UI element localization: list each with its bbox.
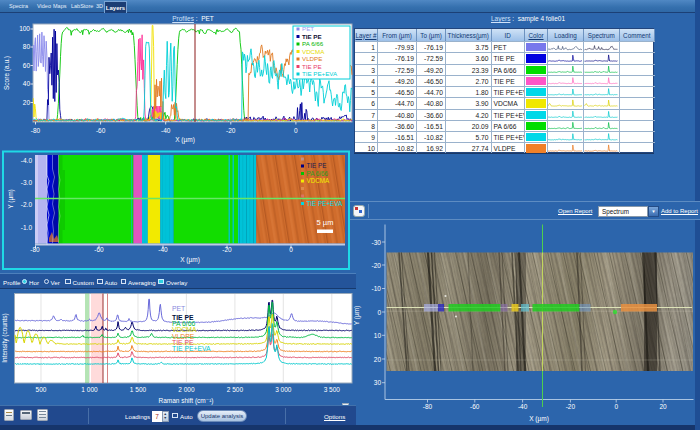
svg-text:TIE PE+EVA: TIE PE+EVA xyxy=(172,345,211,352)
svg-text:-20: -20 xyxy=(372,262,382,269)
svg-text:1 000: 1 000 xyxy=(81,386,98,393)
svg-text:Intensity (counts): Intensity (counts) xyxy=(1,313,9,363)
svg-text:3 000: 3 000 xyxy=(275,386,292,393)
svg-text:3 500: 3 500 xyxy=(324,386,341,393)
svg-text:Raman shift (cm⁻¹): Raman shift (cm⁻¹) xyxy=(158,397,213,405)
svg-text:-80: -80 xyxy=(423,403,433,410)
svg-text:VDCMA: VDCMA xyxy=(172,326,197,333)
svg-text:0: 0 xyxy=(377,309,381,316)
svg-text:X (µm): X (µm) xyxy=(529,415,549,423)
svg-text:2 500: 2 500 xyxy=(227,386,244,393)
svg-text:500: 500 xyxy=(36,386,47,393)
svg-text:20: 20 xyxy=(659,403,667,410)
svg-text:-60: -60 xyxy=(470,403,480,410)
svg-text:10: 10 xyxy=(374,332,382,339)
svg-text:0: 0 xyxy=(614,403,618,410)
svg-text:PET: PET xyxy=(172,305,185,312)
svg-text:2 000: 2 000 xyxy=(178,386,195,393)
svg-text:1 500: 1 500 xyxy=(130,386,147,393)
svg-text:-10: -10 xyxy=(372,285,382,292)
svg-text:-30: -30 xyxy=(372,239,382,246)
svg-text:30: 30 xyxy=(374,379,382,386)
svg-text:-20: -20 xyxy=(566,403,576,410)
svg-text:-40: -40 xyxy=(518,403,528,410)
svg-text:20: 20 xyxy=(374,356,382,363)
